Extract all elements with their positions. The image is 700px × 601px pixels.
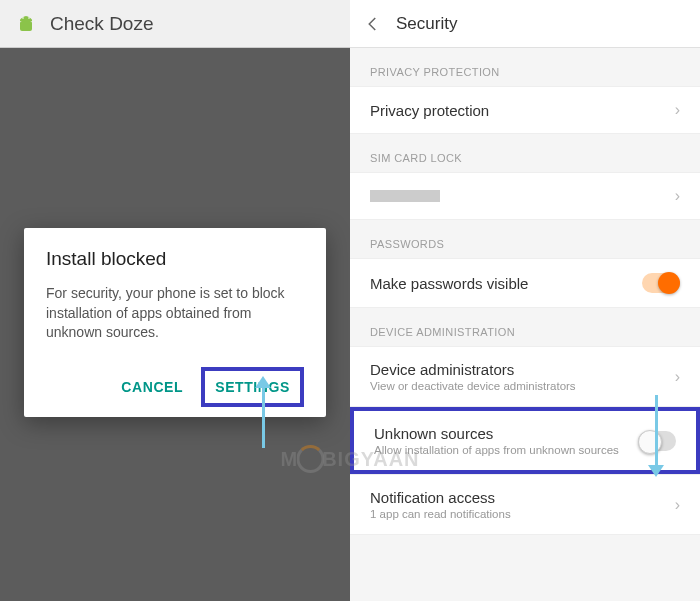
left-app-title: Check Doze [50, 13, 154, 35]
android-icon [14, 12, 38, 36]
passwords-toggle[interactable] [642, 273, 680, 293]
sim-placeholder [370, 190, 440, 202]
chevron-right-icon: › [675, 496, 680, 514]
chevron-right-icon: › [675, 101, 680, 119]
back-icon[interactable] [364, 15, 382, 33]
chevron-right-icon: › [675, 187, 680, 205]
dialog-body: For security, your phone is set to block… [46, 284, 304, 343]
row-label: Notification access [370, 489, 675, 506]
notification-access-row[interactable]: Notification access 1 app can read notif… [350, 474, 700, 535]
svg-point-1 [22, 17, 24, 19]
dialog-title: Install blocked [46, 248, 304, 270]
svg-point-2 [28, 17, 30, 19]
section-passwords: PASSWORDS [350, 220, 700, 258]
install-blocked-dialog: Install blocked For security, your phone… [24, 228, 326, 417]
security-title: Security [396, 14, 457, 34]
chevron-right-icon: › [675, 368, 680, 386]
section-sim: SIM CARD LOCK [350, 134, 700, 172]
security-header: Security [350, 0, 700, 48]
privacy-protection-row[interactable]: Privacy protection › [350, 86, 700, 134]
device-administrators-row[interactable]: Device administrators View or deactivate… [350, 346, 700, 407]
passwords-visible-row[interactable]: Make passwords visible [350, 258, 700, 308]
sim-lock-row[interactable]: › [350, 172, 700, 220]
row-label: Unknown sources [374, 425, 638, 442]
settings-button[interactable]: SETTINGS [205, 371, 300, 403]
section-privacy: PRIVACY PROTECTION [350, 48, 700, 86]
unknown-sources-row[interactable]: Unknown sources Allow installation of ap… [350, 407, 700, 474]
section-device-admin: DEVICE ADMINISTRATION [350, 308, 700, 346]
row-sub: 1 app can read notifications [370, 508, 675, 520]
row-sub: Allow installation of apps from unknown … [374, 444, 638, 456]
row-label: Device administrators [370, 361, 675, 378]
annotation-arrow-left [262, 384, 265, 448]
settings-button-highlight: SETTINGS [201, 367, 304, 407]
row-label: Make passwords visible [370, 275, 642, 292]
cancel-button[interactable]: CANCEL [111, 367, 193, 407]
left-app-header: Check Doze [0, 0, 350, 48]
row-sub: View or deactivate device administrators [370, 380, 675, 392]
row-label: Privacy protection [370, 102, 675, 119]
annotation-arrow-right [655, 395, 658, 469]
svg-rect-0 [20, 21, 32, 31]
